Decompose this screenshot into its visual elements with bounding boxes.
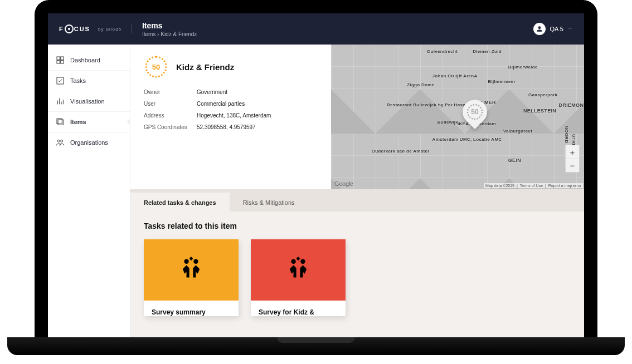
map-place-label: Gaasperpark [528,92,557,97]
map-place-label: Johan Cruijff ArenA [432,73,478,78]
svg-point-8 [61,140,63,142]
sidebar-item-label: Tasks [70,77,86,84]
task-card-hero [251,239,346,301]
task-card-hero [144,239,239,301]
svg-rect-6 [57,119,62,124]
map-place-label: Duivendrecht [427,49,458,54]
map-place-label: Valburgdreef [503,129,533,134]
svg-rect-0 [57,57,60,60]
meta-value-gps: 52.3098558, 4.9579597 [197,124,318,130]
sidebar-item-label: Dashboard [70,57,100,63]
laptop-notch [277,337,355,343]
meta-label-owner: Owner [144,89,197,95]
task-cards: Survey summary Survey for Kidz & [144,239,571,316]
map-provider-label: Google [334,180,353,187]
svg-point-16 [300,259,305,264]
app-screen: FCUS by Silo35 Items Items › Kidz & Frie… [48,13,584,337]
meta-label-user: User [144,101,197,107]
section-title: Tasks related to this item [144,222,571,230]
item-detail-panel: 50 Kidz & Friendz Owner Government User … [130,45,331,189]
map-place-label: Ouderkerk aan de Amstel [372,149,429,154]
tab-related-tasks[interactable]: Related tasks & changes [130,193,230,211]
map-attr-text: Map data ©2019 [485,184,514,188]
chevron-down-icon: ﹀ [568,26,573,33]
map-place-label: Diemen-Zuid [473,49,502,54]
brand-logo[interactable]: FCUS by Silo35 [59,24,132,33]
map-pin[interactable]: 50 [463,100,487,131]
sidebar-item-label: Visualisation [70,98,105,105]
item-score-ring: 50 [144,55,168,79]
map-place-label: Amsterdam UMC, Locatie AMC [432,137,502,142]
map-place-label: Restaurant Bullewijck by Par Hasard [387,102,470,107]
sidebar-item-items[interactable]: Items [48,112,130,132]
meta-value-user: Commercial parties [197,101,318,107]
sidebar-item-label: Items [70,119,86,125]
map-place-label: Bijlmerweide [508,65,538,70]
map-attribution: Map data ©2019 | Terms of Use | Report a… [484,183,583,188]
breadcrumb: Items › Kidz & Friendz [142,31,197,37]
svg-point-15 [291,259,295,264]
svg-point-7 [57,140,60,142]
sidebar-item-dashboard[interactable]: Dashboard [48,50,130,71]
map-report-link[interactable]: Report a map error [548,184,581,188]
svg-rect-2 [57,61,60,63]
map-place-label: GEIN [508,158,521,163]
svg-rect-5 [58,120,63,125]
map-pin-score: 50 [465,102,484,121]
task-card[interactable]: Survey summary [144,239,239,316]
meta-label-address: Address [144,112,197,119]
map-place-label: Bijlmermeer [488,79,516,84]
map-place-label: DRIEMOND [559,102,584,108]
svg-rect-3 [61,61,64,63]
task-card-label: Survey summary [144,301,239,316]
map-terms-link[interactable]: Terms of Use [520,184,543,188]
sidebar-item-organisations[interactable]: Organisations [48,132,130,153]
tab-risks[interactable]: Risks & Mitigations [230,193,308,211]
task-card[interactable]: Survey for Kidz & [251,239,346,316]
sidebar: Dashboard Tasks Visualisation [48,45,130,337]
laptop-frame: FCUS by Silo35 Items Items › Kidz & Frie… [35,0,597,337]
map-panel[interactable]: Duivendrecht Diemen-Zuid Bijlmerweide Bi… [331,45,584,189]
sidebar-item-tasks[interactable]: Tasks [48,71,130,91]
dashboard-icon [56,56,65,65]
tabs-strip: Related tasks & changes Risks & Mitigati… [130,189,584,211]
people-dancing-icon [283,255,313,285]
main-content: 50 Kidz & Friendz Owner Government User … [130,45,584,337]
user-menu[interactable]: QA 5 ﹀ [533,23,573,35]
app-header: FCUS by Silo35 Items Items › Kidz & Frie… [48,13,584,45]
page-title: Items [142,21,197,30]
map-zoom-in-button[interactable]: + [566,145,579,159]
map-place-label: NELLESTEIN [523,108,556,114]
meta-value-address: Hogevecht, 138C, Amsterdam [197,112,318,119]
task-card-label: Survey for Kidz & [251,301,346,316]
svg-rect-1 [61,57,64,60]
avatar [533,23,546,35]
user-name: QA 5 [550,26,563,32]
chart-icon [56,97,65,106]
tasks-icon [56,76,65,85]
item-meta-grid: Owner Government User Commercial parties… [144,89,318,130]
header-title-block: Items Items › Kidz & Friendz [142,21,197,37]
people-dancing-icon [176,255,206,285]
logo-o-icon [65,24,74,33]
organisations-icon [56,138,65,147]
sidebar-item-label: Organisations [70,139,108,146]
svg-point-12 [184,259,188,264]
meta-label-gps: GPS Coordinates [144,124,197,130]
brand-byline: by Silo35 [98,27,121,32]
map-zoom-controls: + − [565,145,580,173]
map-place-label: Bullewijk [437,120,458,125]
svg-point-13 [193,259,198,264]
person-icon [536,25,543,33]
item-score-value: 50 [144,55,168,79]
item-title: Kidz & Friendz [176,62,234,72]
sidebar-item-visualisation[interactable]: Visualisation [48,91,130,112]
items-icon [56,117,65,126]
map-place-label: Ziggo Dome [407,82,434,87]
meta-value-owner: Government [197,89,318,95]
tab-content: Tasks related to this item Survey summar… [130,211,584,337]
map-zoom-out-button[interactable]: − [566,159,579,172]
